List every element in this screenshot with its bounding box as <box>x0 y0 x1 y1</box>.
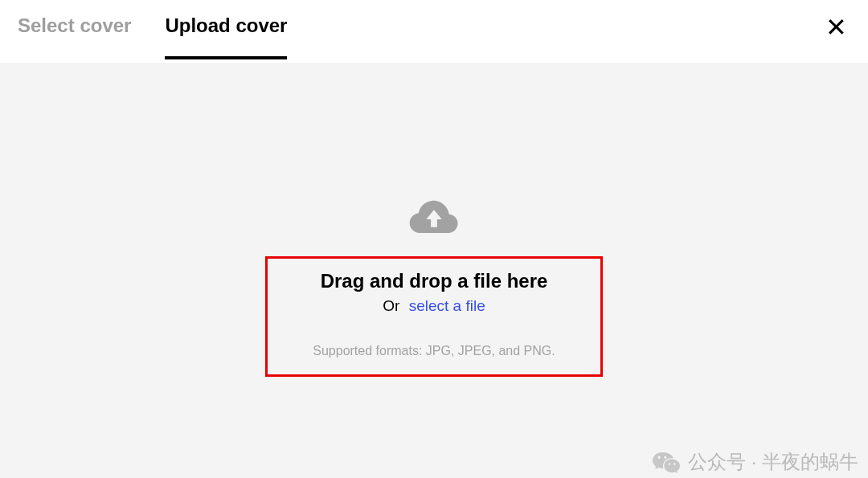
or-line: Or select a file <box>383 297 485 315</box>
supported-formats: Supported formats: JPG, JPEG, and PNG. <box>313 344 555 358</box>
file-dropzone[interactable]: Drag and drop a file here Or select a fi… <box>265 256 603 377</box>
tab-bar: Select cover Upload cover <box>18 14 287 59</box>
tab-select-cover[interactable]: Select cover <box>18 14 131 59</box>
modal-header: Select cover Upload cover ✕ <box>0 0 868 63</box>
tab-upload-cover[interactable]: Upload cover <box>165 14 287 59</box>
watermark-text: 公众号 · 半夜的蜗牛 <box>688 449 858 475</box>
close-icon: ✕ <box>825 13 847 42</box>
upload-panel: Drag and drop a file here Or select a fi… <box>0 63 868 478</box>
cloud-upload-icon <box>409 197 459 239</box>
watermark: 公众号 · 半夜的蜗牛 <box>653 449 858 475</box>
wechat-icon <box>653 451 680 473</box>
select-file-link[interactable]: select a file <box>409 297 485 314</box>
or-text: Or <box>383 297 399 314</box>
drop-title: Drag and drop a file here <box>321 270 548 292</box>
upload-wrapper: Drag and drop a file here Or select a fi… <box>265 197 603 377</box>
close-button[interactable]: ✕ <box>822 14 850 40</box>
